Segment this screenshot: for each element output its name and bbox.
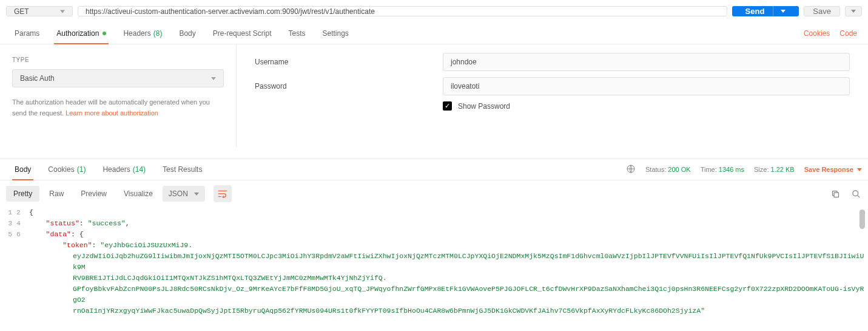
save-label: Save <box>813 7 831 16</box>
tab-params[interactable]: Params <box>6 22 48 44</box>
auth-helper-text: The authorization header will be automat… <box>12 97 224 118</box>
resp-tab-cookies[interactable]: Cookies(1) <box>39 159 94 180</box>
view-preview[interactable]: Preview <box>73 186 114 202</box>
auth-type-label: TYPE <box>12 56 224 63</box>
tab-authorization[interactable]: Authorization <box>48 22 115 44</box>
wrap-lines-button[interactable] <box>214 185 232 202</box>
time-label: Time: 1346 ms <box>701 166 744 173</box>
response-body: 1 2 3 4 5 6 { "status": "success", "data… <box>0 207 868 316</box>
password-label: Password <box>255 82 443 90</box>
save-dropdown[interactable] <box>845 6 862 16</box>
username-label: Username <box>255 58 443 66</box>
send-dropdown-icon[interactable] <box>773 6 786 16</box>
method-value: GET <box>14 7 29 16</box>
auth-type-panel: TYPE Basic Auth The authorization header… <box>0 44 237 148</box>
status-label: Status: 200 OK <box>645 166 691 173</box>
auth-fields-panel: Username Password ✓ Show Password <box>237 44 868 148</box>
username-input[interactable] <box>443 53 850 71</box>
auth-type-value: Basic Auth <box>20 74 55 83</box>
scrollbar-thumb[interactable] <box>860 210 865 229</box>
format-select[interactable]: JSON <box>163 186 205 202</box>
send-label: Send <box>745 7 765 16</box>
url-input[interactable] <box>78 6 727 16</box>
method-select[interactable]: GET <box>6 6 73 16</box>
view-pretty[interactable]: Pretty <box>6 186 39 202</box>
line-gutter: 1 2 3 4 5 6 <box>0 207 29 316</box>
search-icon[interactable] <box>850 188 862 200</box>
svg-rect-1 <box>834 193 839 197</box>
globe-icon[interactable] <box>626 164 636 175</box>
resp-tab-test-results[interactable]: Test Results <box>154 159 210 180</box>
send-button[interactable]: Send <box>732 6 799 16</box>
password-input[interactable] <box>443 77 850 95</box>
code-link[interactable]: Code <box>835 29 862 38</box>
svg-point-2 <box>852 190 858 196</box>
show-password-checkbox[interactable]: ✓ <box>443 101 452 111</box>
show-password-label: Show Password <box>458 102 510 111</box>
save-response-button[interactable]: Save Response <box>804 166 862 173</box>
tab-tests[interactable]: Tests <box>280 22 314 44</box>
size-label: Size: 1.22 KB <box>754 166 795 173</box>
auth-type-select[interactable]: Basic Auth <box>12 69 224 87</box>
learn-more-link[interactable]: Learn more about authorization <box>66 109 158 117</box>
copy-icon[interactable] <box>829 188 841 200</box>
resp-tab-headers[interactable]: Headers(14) <box>94 159 154 180</box>
view-visualize[interactable]: Visualize <box>116 186 160 202</box>
tab-headers[interactable]: Headers(8) <box>115 22 170 44</box>
tab-settings[interactable]: Settings <box>314 22 357 44</box>
tab-prerequest[interactable]: Pre-request Script <box>204 22 280 44</box>
code-content[interactable]: { "status": "success", "data": { "token"… <box>29 207 868 316</box>
active-dot-icon <box>103 32 106 35</box>
cookies-link[interactable]: Cookies <box>799 29 835 38</box>
view-raw[interactable]: Raw <box>42 186 71 202</box>
resp-tab-body[interactable]: Body <box>6 159 39 180</box>
save-button[interactable]: Save <box>804 6 840 16</box>
tab-body[interactable]: Body <box>170 22 204 44</box>
